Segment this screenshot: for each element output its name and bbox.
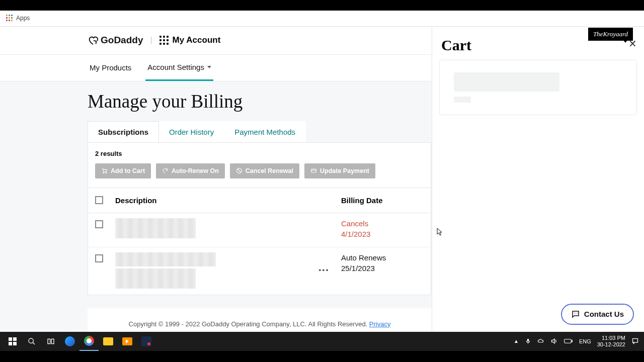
cart-icon [101,167,108,174]
task-view-button[interactable] [41,332,60,351]
taskbar-app-edge[interactable] [60,332,79,351]
tray-language[interactable]: ENG [579,338,591,344]
letterbox-bottom [0,351,644,362]
bookmarks-bar: Apps [0,11,644,27]
site-header: GoDaddy | My Account [0,27,432,54]
folder-icon [103,337,113,345]
svg-rect-9 [48,339,50,343]
table-header: Description Billing Date [88,188,431,213]
redacted-text [115,218,196,238]
tray-time: 11:03 PM [597,335,625,341]
apps-shortcut[interactable]: Apps [6,15,30,22]
auto-renew-on-button[interactable]: Auto-Renew On [156,163,225,178]
tab-subscriptions[interactable]: Subscriptions [88,121,159,142]
table-row: Cancels 4/1/2023 [88,213,431,247]
taskbar-app-media[interactable] [118,332,137,351]
card-icon [310,167,317,174]
redacted-text [115,268,196,289]
tab-order-history[interactable]: Order History [158,121,224,142]
apps-grid-icon [6,15,13,22]
svg-rect-5 [13,337,17,341]
cancel-renewal-button[interactable]: Cancel Renewal [230,163,299,178]
svg-point-0 [103,172,104,173]
my-account-label: My Account [173,35,221,45]
search-icon [28,337,36,345]
select-all-checkbox[interactable] [95,196,103,204]
chevron-down-icon [207,66,211,68]
primary-nav: My Products Account Settings [0,54,432,81]
svg-rect-6 [9,342,12,345]
svg-rect-14 [633,339,638,343]
svg-rect-12 [565,339,572,343]
copyright-text: Copyright © 1999 - 2022 GoDaddy Operatin… [129,320,369,328]
row-checkbox[interactable] [95,254,103,262]
tab-my-products[interactable]: My Products [88,55,133,81]
svg-point-1 [106,172,107,173]
taskbar-app-chrome[interactable] [79,332,99,351]
channel-watermark: TheKroyaard [588,28,633,41]
cancel-icon [236,167,243,174]
windows-taskbar: ▲ ENG 11:03 PM 30-12-2022 [0,332,644,351]
svg-rect-4 [9,337,12,341]
page-column: GoDaddy | My Account My Products Account… [0,27,432,332]
svg-point-8 [29,338,33,343]
row-more-icon[interactable]: ··· [318,264,329,277]
tray-clock[interactable]: 11:03 PM 30-12-2022 [597,335,625,347]
onedrive-icon[interactable] [537,338,544,345]
chrome-icon [84,336,94,346]
edge-icon [65,336,75,346]
bulk-action-row: Add to Cart Auto-Renew On Cancel Renewal [95,163,424,178]
col-description: Description [110,188,336,213]
windows-icon [9,337,17,345]
taskbar-app-explorer[interactable] [99,332,118,351]
cart-title: Cart [441,37,471,54]
header-divider: | [150,36,152,45]
billing-status: Cancels [341,218,426,229]
search-button[interactable] [22,332,41,351]
cart-panel: TheKroyaard ✕ Cart Contact Us [432,27,644,332]
apps-waffle-icon [159,36,169,45]
billing-status: Auto Renews [341,252,426,263]
svg-rect-11 [527,339,529,342]
tray-date: 30-12-2022 [597,341,625,348]
taskbar-app-recorder[interactable] [137,332,156,351]
col-billing-date: Billing Date [336,188,431,213]
tab-account-settings[interactable]: Account Settings [145,55,213,81]
contact-us-label: Contact Us [584,310,624,318]
billing-date: 25/1/2023 [341,263,426,274]
refresh-icon [162,167,169,174]
battery-icon[interactable] [564,338,573,344]
media-player-icon [122,337,132,345]
billing-tabs: Subscriptions Order History Payment Meth… [88,121,432,142]
start-button[interactable] [3,332,22,351]
tab-payment-methods[interactable]: Payment Methods [224,121,306,142]
microphone-icon[interactable] [525,338,531,344]
godaddy-logo-icon [88,35,99,46]
notifications-icon[interactable] [631,337,639,345]
skeleton-line [454,72,559,92]
chat-icon [571,310,580,319]
contact-us-button[interactable]: Contact Us [561,304,634,325]
row-checkbox[interactable] [95,220,103,228]
svg-rect-3 [311,169,316,172]
cart-item-skeleton [439,60,637,115]
apps-label: Apps [16,15,30,22]
table-row: ··· Auto Renews 25/1/2023 [88,247,431,295]
browser-viewport: Apps GoDaddy | My Account My [0,11,644,332]
billing-date: 4/1/2023 [341,229,426,240]
update-payment-button[interactable]: Update Payment [304,163,375,178]
page-footer: Copyright © 1999 - 2022 GoDaddy Operatin… [88,308,432,332]
recorder-icon [141,336,151,346]
godaddy-logo[interactable]: GoDaddy [88,35,143,46]
page-body: Manage your Billing Subscriptions Order … [0,81,432,332]
letterbox-top [0,0,644,11]
volume-icon[interactable] [550,337,558,345]
tray-chevron-icon[interactable]: ▲ [514,338,519,344]
results-count: 2 results [95,150,424,157]
brand-text: GoDaddy [101,35,143,46]
task-view-icon [47,337,55,345]
my-account-link[interactable]: My Account [159,35,221,45]
svg-rect-7 [13,342,17,345]
privacy-link[interactable]: Privacy [369,320,391,328]
add-to-cart-button[interactable]: Add to Cart [95,163,151,178]
